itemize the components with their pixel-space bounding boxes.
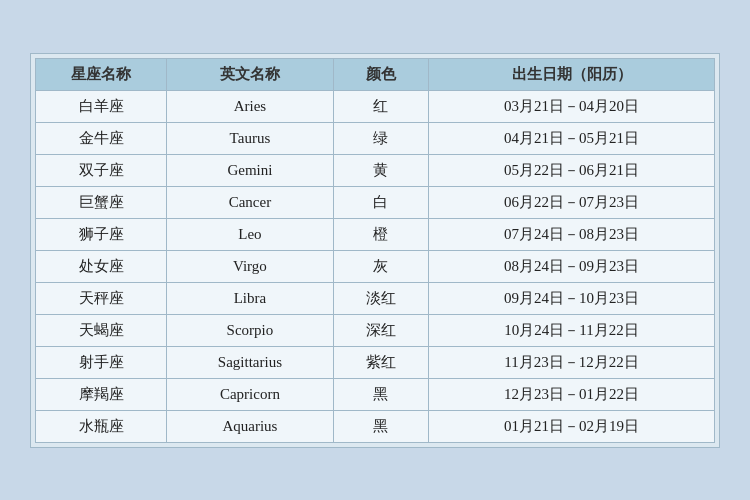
cell-color: 深红	[333, 314, 428, 346]
cell-chinese-name: 处女座	[36, 250, 167, 282]
table-row: 天蝎座Scorpio深红10月24日－11月22日	[36, 314, 715, 346]
cell-chinese-name: 巨蟹座	[36, 186, 167, 218]
cell-english-name: Taurus	[167, 122, 334, 154]
cell-chinese-name: 金牛座	[36, 122, 167, 154]
cell-english-name: Virgo	[167, 250, 334, 282]
cell-chinese-name: 水瓶座	[36, 410, 167, 442]
header-chinese-name: 星座名称	[36, 58, 167, 90]
cell-chinese-name: 摩羯座	[36, 378, 167, 410]
cell-color: 红	[333, 90, 428, 122]
table-body: 白羊座Aries红03月21日－04月20日金牛座Taurus绿04月21日－0…	[36, 90, 715, 442]
table-row: 巨蟹座Cancer白06月22日－07月23日	[36, 186, 715, 218]
cell-english-name: Cancer	[167, 186, 334, 218]
cell-color: 黑	[333, 410, 428, 442]
cell-color: 黄	[333, 154, 428, 186]
table-row: 双子座Gemini黄05月22日－06月21日	[36, 154, 715, 186]
zodiac-table: 星座名称 英文名称 颜色 出生日期（阳历） 白羊座Aries红03月21日－04…	[35, 58, 715, 443]
cell-dates: 03月21日－04月20日	[429, 90, 715, 122]
cell-english-name: Capricorn	[167, 378, 334, 410]
zodiac-table-container: 星座名称 英文名称 颜色 出生日期（阳历） 白羊座Aries红03月21日－04…	[30, 53, 720, 448]
cell-english-name: Sagittarius	[167, 346, 334, 378]
cell-dates: 10月24日－11月22日	[429, 314, 715, 346]
table-row: 处女座Virgo灰08月24日－09月23日	[36, 250, 715, 282]
table-row: 天秤座Libra淡红09月24日－10月23日	[36, 282, 715, 314]
cell-dates: 11月23日－12月22日	[429, 346, 715, 378]
cell-chinese-name: 天蝎座	[36, 314, 167, 346]
table-row: 射手座Sagittarius紫红11月23日－12月22日	[36, 346, 715, 378]
cell-color: 灰	[333, 250, 428, 282]
cell-english-name: Leo	[167, 218, 334, 250]
cell-color: 绿	[333, 122, 428, 154]
cell-chinese-name: 白羊座	[36, 90, 167, 122]
cell-dates: 05月22日－06月21日	[429, 154, 715, 186]
cell-dates: 01月21日－02月19日	[429, 410, 715, 442]
cell-dates: 06月22日－07月23日	[429, 186, 715, 218]
header-english-name: 英文名称	[167, 58, 334, 90]
cell-dates: 04月21日－05月21日	[429, 122, 715, 154]
cell-dates: 08月24日－09月23日	[429, 250, 715, 282]
table-header-row: 星座名称 英文名称 颜色 出生日期（阳历）	[36, 58, 715, 90]
cell-color: 白	[333, 186, 428, 218]
cell-color: 淡红	[333, 282, 428, 314]
cell-english-name: Scorpio	[167, 314, 334, 346]
table-row: 狮子座Leo橙07月24日－08月23日	[36, 218, 715, 250]
cell-color: 橙	[333, 218, 428, 250]
table-row: 金牛座Taurus绿04月21日－05月21日	[36, 122, 715, 154]
cell-english-name: Gemini	[167, 154, 334, 186]
table-row: 白羊座Aries红03月21日－04月20日	[36, 90, 715, 122]
table-row: 摩羯座Capricorn黑12月23日－01月22日	[36, 378, 715, 410]
cell-dates: 12月23日－01月22日	[429, 378, 715, 410]
cell-english-name: Libra	[167, 282, 334, 314]
header-dates: 出生日期（阳历）	[429, 58, 715, 90]
cell-chinese-name: 狮子座	[36, 218, 167, 250]
table-row: 水瓶座Aquarius黑01月21日－02月19日	[36, 410, 715, 442]
cell-english-name: Aquarius	[167, 410, 334, 442]
cell-color: 黑	[333, 378, 428, 410]
cell-color: 紫红	[333, 346, 428, 378]
header-color: 颜色	[333, 58, 428, 90]
cell-dates: 07月24日－08月23日	[429, 218, 715, 250]
cell-chinese-name: 天秤座	[36, 282, 167, 314]
cell-dates: 09月24日－10月23日	[429, 282, 715, 314]
cell-chinese-name: 射手座	[36, 346, 167, 378]
cell-english-name: Aries	[167, 90, 334, 122]
cell-chinese-name: 双子座	[36, 154, 167, 186]
